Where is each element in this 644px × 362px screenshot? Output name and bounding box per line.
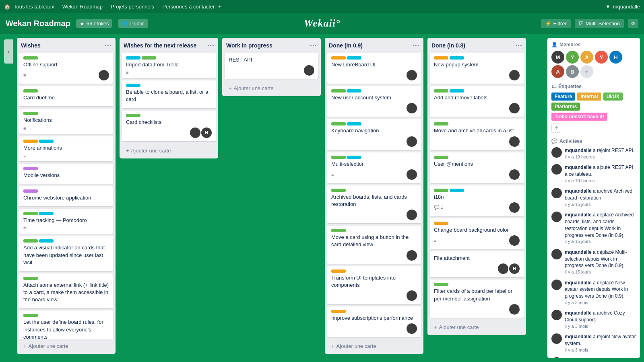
activity-avatar-3 [551,212,562,222]
nav-home-icon[interactable]: 🏠 [4,4,10,10]
card-wishes-3[interactable]: More animations≡ [19,136,113,161]
label [126,84,140,87]
card-wishes-9[interactable]: Let the user define board rules, for ins… [19,311,113,339]
settings-btn[interactable]: ⚙ [628,19,638,28]
activity-target[interactable]: New [611,358,621,358]
member-avatar-1[interactable]: Y [566,51,579,64]
tag-4[interactable]: Trello doesn't have it! [551,113,607,121]
card-footer: H [126,128,212,138]
activity-item-0: mquandalle a rejoint REST API. il y a 19… [551,147,636,160]
card-done09-7[interactable]: Improve subscriptions performance [327,306,421,337]
card-wishes-2[interactable]: Notifications≡ [19,109,113,134]
card-labels [434,89,520,93]
card-done08-7[interactable]: Filter cards of a board per label or per… [430,280,524,317]
visibility-badge[interactable]: 🌐 Public [118,19,148,28]
tag-0[interactable]: Feature [551,93,575,101]
card-labels [434,189,520,192]
add-card-btn-done09[interactable]: +Ajouter une carte [327,341,421,352]
list-menu-icon[interactable]: ⋯ [412,41,419,50]
activity-user[interactable]: mquandalle [565,334,592,339]
list-done09: Done (in 0.9)⋯New LibreBoard UINew user … [325,38,423,354]
member-avatars: MYAYHAB+ [551,51,636,78]
card-wishes-4[interactable]: Mobile versions [19,164,113,184]
card-avatar-wrap [509,103,520,113]
activity-user[interactable]: mquandalle [565,212,592,218]
card-done09-1[interactable]: New user account system [327,86,421,117]
nav-contacts[interactable]: Personnes à contacter [162,4,215,10]
member-avatar-0[interactable]: M [551,51,564,64]
tag-1[interactable]: Internal [577,93,601,101]
add-member-btn[interactable]: + [580,65,593,78]
card-done08-2[interactable]: Move and archive all cards in a list [430,119,524,150]
tag-2[interactable]: UI/UX [603,93,623,101]
tag-3[interactable]: Platforms [551,103,580,111]
card-avatar-wrap [304,65,314,76]
nav-all-boards[interactable]: Tous les tableaux [14,4,54,10]
filter-btn[interactable]: ⚡ Filtrer [541,19,571,28]
list-menu-icon[interactable]: ⋯ [104,41,111,50]
activity-target[interactable]: REST API [611,165,633,170]
stars-badge[interactable]: ★ 66 étoiles [76,19,113,28]
list-menu-icon[interactable]: ⋯ [310,41,317,50]
activity-user[interactable]: mquandalle [565,165,592,170]
list-header-wip: Work in progress⋯ [222,38,321,53]
card-done09-3[interactable]: Multi-selection≡ [327,152,421,183]
card-wishes-7[interactable]: Add a visual indicator on cards that hav… [19,236,113,271]
add-icon: + [126,148,129,154]
card-done08-3[interactable]: User @mentions [430,152,524,183]
activity-text-5: mquandalle a déplacé New avatar system d… [565,280,636,306]
member-avatar-2[interactable]: A [580,51,593,64]
label [450,89,464,93]
card-done09-5[interactable]: Move a card using a button in the card d… [327,226,421,263]
card-wishes-0[interactable]: Offline support≡ [19,53,113,84]
nav-board-name[interactable]: Wekan Roadmap [62,4,103,10]
add-card-btn-wishes-next[interactable]: +Ajouter une carte [122,145,216,156]
member-avatar-b[interactable]: B [566,65,579,78]
card-avatar [509,304,520,315]
label [23,212,38,215]
activity-user[interactable]: mquandalle [565,310,592,316]
card-done08-5[interactable]: Change board background color≡ [430,218,524,249]
nav-proj-perso[interactable]: Projets personnels [111,4,154,10]
card-done08-1[interactable]: Add and remove labels [430,86,524,117]
list-menu-icon[interactable]: ⋯ [207,41,214,50]
card-done09-6[interactable]: Transform UI templates into components [327,266,421,304]
activity-user[interactable]: mquandalle [565,358,592,358]
lists-container: Wishes⋯Offline support≡Card duetimeNotif… [17,38,543,358]
list-menu-icon[interactable]: ⋯ [515,41,522,50]
card-wishes-1[interactable]: Card duetime [19,86,113,106]
card-wishes-next-0[interactable]: Import data from Trello≡ [122,53,216,78]
member-avatar-5[interactable]: A [551,65,564,78]
add-tag-btn[interactable]: + [551,123,561,133]
add-card-btn-done08[interactable]: +Ajouter une carte [430,322,524,333]
card-wishes-8[interactable]: Attach some external link (+ link title)… [19,274,113,309]
add-card-btn-wishes[interactable]: +Ajouter une carte [19,341,113,352]
label [23,277,38,280]
activity-user[interactable]: mquandalle [565,188,592,194]
card-done09-2[interactable]: Keyboard navigation [327,119,421,150]
card-labels [23,56,109,60]
member-avatar-3[interactable]: Y [595,51,608,64]
card-done09-0[interactable]: New LibreBoard UI [327,53,421,84]
card-wishes-next-2[interactable]: Card checklistsH [122,111,216,141]
add-card-btn-wip[interactable]: +Ajouter une carte [225,83,318,94]
activity-user[interactable]: mquandalle [565,148,592,153]
card-wishes-5[interactable]: Chrome webstore application [19,186,113,206]
label [450,189,464,192]
activity-target[interactable]: REST API [611,148,633,153]
sidebar-toggle[interactable]: › [4,39,13,64]
card-done08-0[interactable]: New popup system [430,53,524,84]
card-done08-6[interactable]: File attachmentH [430,251,524,277]
member-avatar-4[interactable]: H [609,51,622,64]
card-done09-4[interactable]: Archived boards, lists, and cards restor… [327,185,421,223]
card-wishes-6[interactable]: Time tracking — Pomodoro≡ [19,209,113,234]
card-wip-0[interactable]: REST API [225,53,318,79]
multiselect-btn[interactable]: ☑ Multi-Selection [575,19,624,28]
board-title[interactable]: Wekan Roadmap [6,19,70,28]
nav-user[interactable]: mquandalle [613,4,640,10]
activity-user[interactable]: mquandalle [565,280,592,286]
card-wishes-next-1[interactable]: Be able to clone a board, a list, or a c… [122,80,216,108]
card-done08-4[interactable]: i18n💬 1 [430,185,524,216]
activity-user[interactable]: mquandalle [565,249,592,255]
nav-add-icon[interactable]: + [218,3,221,10]
